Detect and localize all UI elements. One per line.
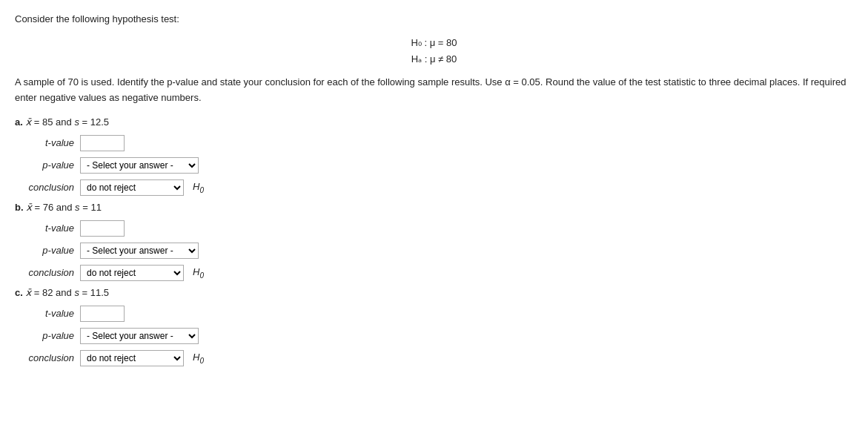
t-value-label-b: t-value — [15, 222, 74, 234]
p-value-select-a[interactable]: - Select your answer -p-value < 0.010.01… — [80, 157, 199, 174]
conclusion-row-a: conclusion do not rejectreject H0 — [15, 179, 853, 196]
h0-hypothesis: H₀ : μ = 80 — [15, 35, 853, 51]
ha-hypothesis: Hₐ : μ ≠ 80 — [15, 51, 853, 67]
conclusion-row-b: conclusion do not rejectreject H0 — [15, 265, 853, 281]
t-value-label-a: t-value — [15, 137, 74, 148]
part-a: a. x̄ = 85 and s = 12.5 t-value p-value … — [15, 116, 853, 196]
p-value-select-b[interactable]: - Select your answer -p-value < 0.010.01… — [80, 243, 199, 259]
page-title: Consider the following hypothesis test: — [15, 13, 853, 24]
conclusion-select-c[interactable]: do not rejectreject — [80, 350, 184, 366]
conclusion-label-a: conclusion — [15, 182, 74, 193]
p-value-row-a: p-value - Select your answer -p-value < … — [15, 157, 853, 174]
conclusion-label-b: conclusion — [15, 267, 74, 278]
conclusion-row-c: conclusion do not rejectreject H0 — [15, 350, 853, 366]
p-value-label-b: p-value — [15, 245, 74, 256]
t-value-input-b[interactable] — [80, 220, 125, 237]
p-value-select-c[interactable]: - Select your answer -p-value < 0.010.01… — [80, 328, 199, 344]
h0-symbol-c: H0 — [193, 352, 204, 365]
conclusion-label-c: conclusion — [15, 352, 74, 363]
p-value-row-b: p-value - Select your answer -p-value < … — [15, 243, 853, 259]
t-value-input-a[interactable] — [80, 135, 125, 151]
p-value-label-c: p-value — [15, 330, 74, 341]
p-value-row-c: p-value - Select your answer -p-value < … — [15, 328, 853, 344]
t-value-row-a: t-value — [15, 135, 853, 151]
t-value-label-c: t-value — [15, 308, 74, 319]
description-text: A sample of 70 is used. Identify the p-v… — [15, 75, 853, 106]
part-b: b. x̄ = 76 and s = 11 t-value p-value - … — [15, 202, 853, 281]
part-c: c. x̄ = 82 and s = 11.5 t-value p-value … — [15, 287, 853, 366]
part-b-label: b. x̄ = 76 and s = 11 — [15, 202, 853, 213]
hypotheses-block: H₀ : μ = 80 Hₐ : μ ≠ 80 — [15, 35, 853, 67]
conclusion-select-a[interactable]: do not rejectreject — [80, 179, 184, 196]
part-a-label: a. x̄ = 85 and s = 12.5 — [15, 116, 853, 128]
h0-symbol-a: H0 — [193, 181, 204, 194]
p-value-label-a: p-value — [15, 159, 74, 171]
conclusion-select-b[interactable]: do not rejectreject — [80, 265, 184, 281]
part-c-label: c. x̄ = 82 and s = 11.5 — [15, 287, 853, 298]
t-value-input-c[interactable] — [80, 306, 125, 322]
t-value-row-c: t-value — [15, 306, 853, 322]
t-value-row-b: t-value — [15, 220, 853, 237]
h0-symbol-b: H0 — [193, 266, 204, 280]
